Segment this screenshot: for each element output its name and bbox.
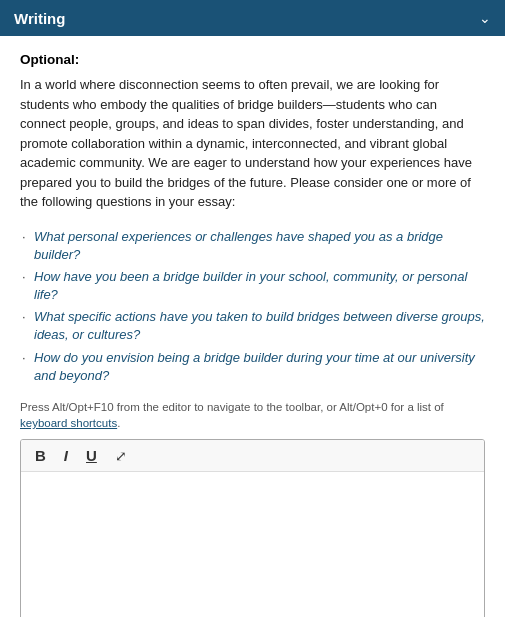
chevron-down-icon[interactable]: ⌄	[479, 10, 491, 26]
optional-label: Optional:	[20, 52, 485, 67]
shortcut-hint: Press Alt/Opt+F10 from the editor to nav…	[20, 399, 485, 431]
main-content: Optional: In a world where disconnection…	[0, 36, 505, 617]
editor-toolbar: B I U ⤢	[21, 440, 484, 472]
bullet-question-2: How have you been a bridge builder in yo…	[20, 268, 485, 304]
page-container: Writing ⌄ Optional: In a world where dis…	[0, 0, 505, 617]
bullet-question-1: What personal experiences or challenges …	[20, 228, 485, 264]
underline-button[interactable]: U	[82, 446, 101, 465]
page-title: Writing	[14, 10, 65, 27]
header-bar: Writing ⌄	[0, 0, 505, 36]
bullet-question-4: How do you envision being a bridge build…	[20, 349, 485, 385]
italic-button[interactable]: I	[60, 446, 72, 465]
expand-button[interactable]: ⤢	[111, 447, 131, 465]
bullet-questions-list: What personal experiences or challenges …	[20, 228, 485, 390]
essay-textarea[interactable]	[21, 472, 484, 617]
bullet-question-3: What specific actions have you taken to …	[20, 308, 485, 344]
prompt-intro-text: In a world where disconnection seems to …	[20, 75, 485, 212]
keyboard-shortcuts-link[interactable]: keyboard shortcuts	[20, 417, 117, 429]
bold-button[interactable]: B	[31, 446, 50, 465]
rich-text-editor: B I U ⤢	[20, 439, 485, 617]
